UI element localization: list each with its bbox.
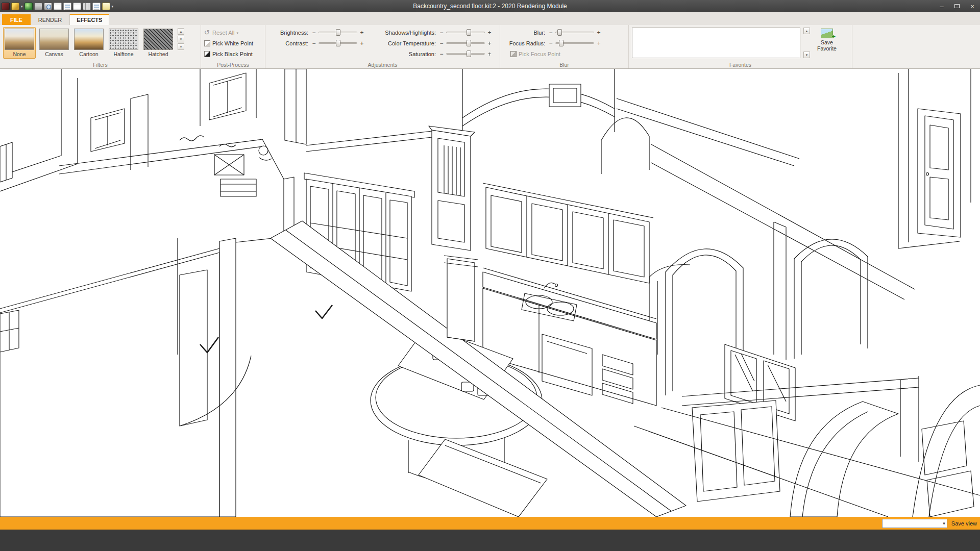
close-button[interactable]: × <box>965 1 980 12</box>
slider-thumb[interactable] <box>559 40 564 46</box>
post-process-group-label: Post-Process <box>201 62 265 68</box>
edit-dropdown-icon[interactable]: ▾ <box>21 5 23 8</box>
shadows-highlights-slider[interactable] <box>446 29 485 36</box>
quick-access-toolbar: ▾ ▾ <box>0 3 113 10</box>
focus-radius-row: Focus Radius: − + <box>503 39 625 47</box>
adjustments-group-label: Adjustments <box>265 62 500 68</box>
save-favorite-button[interactable]: + Save Favorite <box>813 28 841 52</box>
tab-render[interactable]: RENDER <box>32 14 68 25</box>
view-dropdown[interactable]: ▾ <box>882 519 947 528</box>
white-point-eyedropper-icon <box>204 40 210 46</box>
window-title: Backcountry_second floor.kit:2 - 2020 Re… <box>0 3 980 10</box>
panel-icon[interactable] <box>83 3 91 10</box>
group-blur: Blur: − + Focus Radius: − + <box>500 25 629 68</box>
shadows-highlights-row: Shadows/Highlights: − + <box>374 28 493 37</box>
wireframe-rendering <box>0 69 980 517</box>
toolbar-options-icon[interactable]: ▾ <box>112 5 114 8</box>
slider-thumb[interactable] <box>557 29 562 36</box>
filter-halftone-thumbnail <box>109 29 138 50</box>
plus-icon: + <box>831 33 836 40</box>
chevron-down-icon: ▾ <box>180 45 182 48</box>
brightness-plus-button[interactable]: + <box>358 29 365 36</box>
export-icon[interactable] <box>73 3 81 10</box>
close-icon: × <box>970 3 974 10</box>
brightness-slider[interactable] <box>318 29 357 36</box>
contrast-plus-button[interactable]: + <box>358 40 365 47</box>
filter-hatched-thumbnail <box>143 29 173 50</box>
pick-white-point-label: Pick White Point <box>212 40 253 46</box>
minimize-button[interactable]: – <box>934 1 949 12</box>
up-arrow-icon: ▲ <box>805 30 808 33</box>
shadows-highlights-minus-button[interactable]: − <box>438 29 445 36</box>
focus-point-eyedropper-icon <box>510 51 517 57</box>
saturation-label: Saturation: <box>374 51 436 57</box>
saturation-minus-button[interactable]: − <box>438 51 445 58</box>
focus-radius-plus-button[interactable]: + <box>595 40 602 47</box>
favorites-scroll-controls: ▲ ▼ <box>803 28 810 58</box>
filter-hatched[interactable]: Hatched <box>142 27 175 59</box>
maximize-button[interactable] <box>949 1 965 12</box>
color-temperature-slider[interactable] <box>446 40 485 47</box>
slider-thumb[interactable] <box>336 40 340 46</box>
saturation-row: Saturation: − + <box>374 49 493 58</box>
copy-image-icon[interactable] <box>63 3 71 10</box>
filter-cartoon[interactable]: Cartoon <box>72 27 105 59</box>
down-arrow-icon: ▼ <box>805 54 808 57</box>
slider-thumb[interactable] <box>467 29 471 36</box>
brightness-row: Brightness: − + <box>268 28 365 37</box>
notes-icon[interactable] <box>102 3 110 10</box>
save-view-button[interactable]: Save view <box>951 520 977 527</box>
focus-radius-slider[interactable] <box>555 40 594 47</box>
print-icon[interactable] <box>34 3 42 10</box>
window-controls: – × <box>934 1 980 12</box>
blur-plus-button[interactable]: + <box>595 29 602 36</box>
brightness-minus-button[interactable]: − <box>310 29 317 36</box>
slider-thumb[interactable] <box>467 51 471 57</box>
reset-all-button[interactable]: ↺ Reset All ▾ <box>204 28 262 37</box>
app-icon[interactable] <box>2 3 10 10</box>
filter-none-label: None <box>5 51 34 57</box>
blur-minus-button[interactable]: − <box>547 29 554 36</box>
blur-slider[interactable] <box>555 29 594 36</box>
favorites-scroll-down-button[interactable]: ▼ <box>803 52 810 58</box>
contrast-slider[interactable] <box>318 40 357 47</box>
focus-radius-label: Focus Radius: <box>503 40 545 46</box>
pick-focus-point-row: Pick Focus Point <box>503 49 625 58</box>
color-temperature-minus-button[interactable]: − <box>438 40 445 47</box>
focus-radius-minus-button[interactable]: − <box>547 40 554 47</box>
tab-file[interactable]: FILE <box>2 14 31 25</box>
pick-white-point-button[interactable]: Pick White Point <box>204 39 262 48</box>
report-icon[interactable] <box>92 3 101 10</box>
pick-focus-point-button[interactable]: Pick Focus Point <box>510 49 560 59</box>
slider-thumb[interactable] <box>467 40 471 46</box>
filters-scroll-up-button[interactable]: ▲ <box>178 28 184 35</box>
adjustments-right-column: Shadows/Highlights: − + Color Temperatur… <box>374 28 493 61</box>
shadows-highlights-plus-button[interactable]: + <box>486 29 493 36</box>
print-preview-icon[interactable] <box>44 3 52 10</box>
favorites-scroll-up-button[interactable]: ▲ <box>803 28 810 34</box>
favorites-list[interactable] <box>632 28 800 58</box>
filter-halftone[interactable]: Halftone <box>107 27 140 59</box>
saturation-slider[interactable] <box>446 51 485 58</box>
contrast-minus-button[interactable]: − <box>310 40 317 47</box>
slider-track <box>446 53 485 55</box>
pick-black-point-button[interactable]: Pick Black Point <box>204 49 262 59</box>
ribbon-tab-row: FILE RENDER EFFECTS <box>0 12 980 25</box>
filter-cartoon-thumbnail <box>74 29 104 50</box>
status-footer <box>0 530 980 551</box>
filters-more-button[interactable]: ▾ <box>178 43 184 50</box>
adjustments-left-column: Brightness: − + Contrast: − + <box>268 28 365 61</box>
slider-track <box>446 32 485 33</box>
filter-canvas[interactable]: Canvas <box>38 27 70 59</box>
save-image-icon[interactable] <box>54 3 62 10</box>
color-temperature-plus-button[interactable]: + <box>486 40 493 47</box>
render-viewport[interactable] <box>0 69 980 517</box>
saturation-plus-button[interactable]: + <box>486 51 493 58</box>
slider-thumb[interactable] <box>336 29 340 36</box>
filter-none[interactable]: None <box>3 27 36 59</box>
color-temperature-label: Color Temperature: <box>374 40 436 46</box>
filters-scroll-down-button[interactable]: ▼ <box>178 36 184 42</box>
render-icon[interactable] <box>24 3 33 10</box>
edit-icon[interactable] <box>11 3 19 10</box>
tab-effects[interactable]: EFFECTS <box>69 14 109 25</box>
